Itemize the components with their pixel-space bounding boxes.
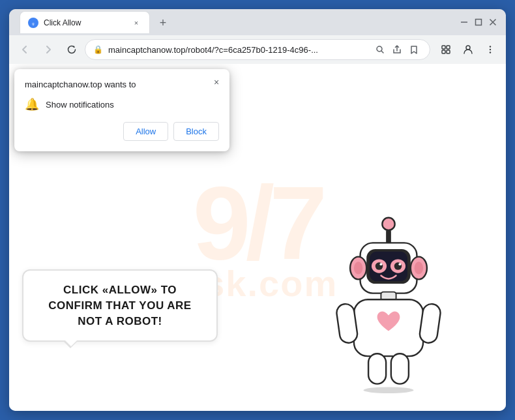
address-bar[interactable]: 🔒 maincaptchanow.top/robot4/?c=6ca257b0-… [85,39,430,60]
search-icon[interactable] [372,42,388,57]
popup-title: maincaptchanow.top wants to [25,80,219,89]
address-actions [372,42,422,57]
svg-point-34 [363,387,413,393]
svg-text:g: g [32,22,34,25]
navigation-bar: 🔒 maincaptchanow.top/robot4/?c=6ca257b0-… [9,35,506,64]
browser-window: g Click Allow × + [9,9,506,411]
speech-bubble: CLICK «ALLOW» TO CONFIRM THAT YOU ARE NO… [22,269,218,342]
svg-point-26 [354,262,363,274]
svg-point-12 [490,52,491,53]
svg-point-22 [379,263,382,265]
svg-point-27 [415,262,424,274]
popup-buttons: Allow Block [25,122,219,141]
notification-label: Show notifications [46,100,114,110]
extensions-icon[interactable] [435,39,456,60]
svg-rect-5 [442,46,445,49]
title-bar: g Click Allow × + [9,9,506,35]
toolbar-actions [435,39,501,60]
permission-popup: × maincaptchanow.top wants to 🔔 Show not… [14,69,229,151]
new-tab-button[interactable]: + [154,14,172,32]
svg-point-13 [382,218,394,230]
tab-favicon: g [28,18,38,28]
allow-button[interactable]: Allow [123,122,168,141]
url-text: maincaptchanow.top/robot4/?c=6ca257b0-12… [108,45,367,55]
svg-rect-7 [442,50,445,53]
lock-icon: 🔒 [93,45,103,54]
reload-button[interactable] [61,39,82,60]
svg-rect-8 [447,50,450,53]
robot-svg [323,213,454,395]
window-controls [459,17,498,27]
robot-container [323,213,467,398]
tab-close-button[interactable]: × [131,18,141,28]
tab-title: Click Allow [44,18,126,27]
svg-point-23 [398,263,401,265]
forward-button[interactable] [38,39,59,60]
block-button[interactable]: Block [173,122,219,141]
share-icon[interactable] [389,42,405,57]
svg-line-4 [381,51,383,53]
popup-close-button[interactable]: × [209,74,224,90]
speech-bubble-wrapper: CLICK «ALLOW» TO CONFIRM THAT YOU ARE NO… [22,269,218,342]
notification-row: 🔔 Show notifications [25,97,219,112]
captcha-text: CLICK «ALLOW» TO CONFIRM THAT YOU ARE NO… [37,282,203,329]
svg-rect-2 [476,20,482,25]
maximize-button[interactable] [473,17,484,27]
page-content: 9/7 risk.com × maincaptchanow.top wants … [9,64,506,411]
close-button[interactable] [488,17,498,27]
svg-rect-6 [447,46,450,49]
profile-icon[interactable] [458,39,478,60]
svg-point-10 [490,46,491,47]
watermark-logo: 9/7 [193,171,322,275]
menu-icon[interactable] [480,39,501,60]
minimize-button[interactable] [459,17,469,27]
svg-point-9 [466,46,470,50]
active-tab[interactable]: g Click Allow × [20,11,150,33]
back-button[interactable] [14,39,35,60]
svg-point-11 [490,49,491,50]
tab-bar: g Click Allow × + [14,11,455,33]
svg-rect-33 [391,353,409,383]
svg-rect-32 [368,353,386,383]
bell-icon: 🔔 [25,97,39,112]
bookmark-icon[interactable] [406,42,422,57]
